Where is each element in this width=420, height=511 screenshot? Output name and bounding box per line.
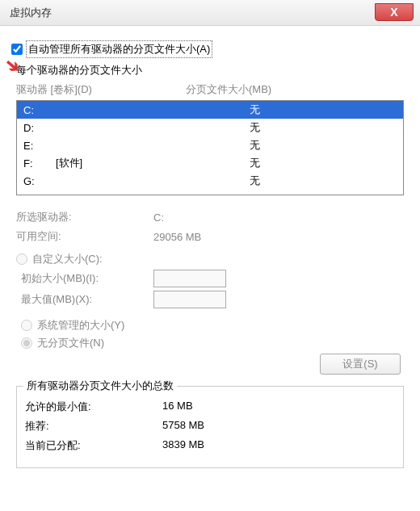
selected-drive-label: 所选驱动器: <box>16 210 153 224</box>
initial-size-input[interactable] <box>153 270 226 287</box>
set-button[interactable]: 设置(S) <box>320 354 401 375</box>
available-space-label: 可用空间: <box>16 229 153 244</box>
drive-paging: 无 <box>250 138 397 153</box>
close-icon: X <box>390 6 397 19</box>
no-paging-radio[interactable] <box>21 337 32 349</box>
system-managed-label: 系统管理的大小(Y) <box>37 318 124 333</box>
min-allowed-label: 允许的最小值: <box>25 400 162 414</box>
drive-letter: C: <box>23 104 56 116</box>
drive-label: [软件] <box>56 156 250 170</box>
summary-group: 所有驱动器分页文件大小的总数 允许的最小值: 16 MB 推荐: 5758 MB… <box>16 386 404 468</box>
drive-letter: E: <box>23 140 56 152</box>
drive-letter: D: <box>23 122 56 134</box>
drive-row-c[interactable]: C: 无 <box>17 101 403 119</box>
max-size-input[interactable] <box>153 291 226 308</box>
max-size-label: 最大值(MB)(X): <box>21 292 153 307</box>
drive-paging: 无 <box>250 156 397 170</box>
min-allowed-value: 16 MB <box>162 400 193 414</box>
available-space-value: 29056 MB <box>153 231 201 243</box>
per-drive-title: 每个驱动器的分页文件大小 <box>16 63 409 77</box>
no-paging-label: 无分页文件(N) <box>37 336 104 350</box>
system-managed-radio[interactable] <box>21 320 32 331</box>
recommended-value: 5758 MB <box>162 419 204 434</box>
drive-row-g[interactable]: G: 无 <box>17 172 403 190</box>
drive-paging: 无 <box>250 174 397 188</box>
drive-paging: 无 <box>250 120 397 135</box>
selected-drive-value: C: <box>153 212 164 224</box>
close-button[interactable]: X <box>375 3 414 21</box>
window-title: 虚拟内存 <box>10 6 52 20</box>
drive-row-d[interactable]: D: 无 <box>17 119 403 136</box>
drive-row-e[interactable]: E: 无 <box>17 136 403 154</box>
current-alloc-label: 当前已分配: <box>25 438 162 453</box>
drive-paging: 无 <box>250 103 397 117</box>
custom-size-radio[interactable] <box>16 253 27 265</box>
drive-list-header: 驱动器 [卷标](D) 分页文件大小(MB) <box>11 81 409 98</box>
recommended-label: 推荐: <box>25 419 162 434</box>
drive-letter: F: <box>23 157 56 170</box>
auto-manage-label: 自动管理所有驱动器的分页文件大小(A) <box>26 40 212 58</box>
custom-size-label: 自定义大小(C): <box>32 252 103 266</box>
drive-letter: G: <box>23 175 56 187</box>
header-drive-column: 驱动器 [卷标](D) <box>16 82 186 97</box>
selected-drive-info: 所选驱动器: C: 可用空间: 29056 MB <box>16 210 404 244</box>
titlebar: 虚拟内存 X <box>0 0 420 26</box>
drive-row-f[interactable]: F: [软件] 无 <box>17 154 403 172</box>
dialog-content: ➔ 自动管理所有驱动器的分页文件大小(A) 每个驱动器的分页文件大小 驱动器 [… <box>0 26 420 476</box>
virtual-memory-dialog: 虚拟内存 X ➔ 自动管理所有驱动器的分页文件大小(A) 每个驱动器的分页文件大… <box>0 0 420 511</box>
header-paging-column: 分页文件大小(MB) <box>186 82 404 97</box>
drive-listbox[interactable]: C: 无 D: 无 E: 无 F: [软件] 无 G: <box>16 100 404 195</box>
initial-size-label: 初始大小(MB)(I): <box>21 271 153 286</box>
current-alloc-value: 3839 MB <box>162 438 204 453</box>
custom-size-radio-row: 自定义大小(C): <box>16 252 409 266</box>
summary-group-title: 所有驱动器分页文件大小的总数 <box>23 379 177 393</box>
